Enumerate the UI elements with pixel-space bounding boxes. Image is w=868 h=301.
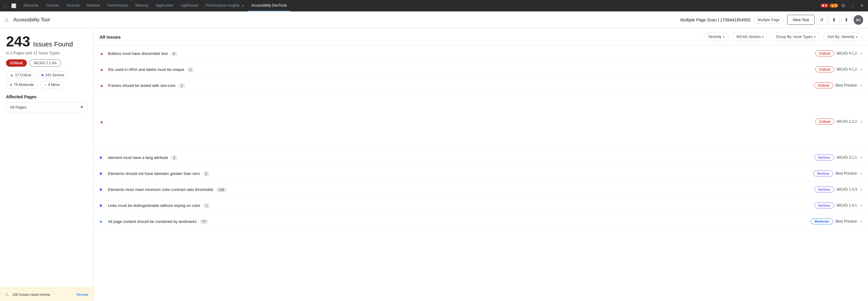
tool-logo-icon: ⌂ (5, 16, 8, 23)
devtools-tab-icons: ⬚ ⬜ (1, 2, 18, 9)
issue-row[interactable]: ▲ Buttons must have discernible text 4 C… (93, 46, 868, 62)
issue-row[interactable]: ■ Elements should not have tabindex grea… (93, 165, 868, 182)
minor-dot-icon: ○ (44, 83, 46, 87)
tab-console[interactable]: Console (42, 0, 63, 11)
issue-severity-badge: Critical (815, 50, 834, 56)
chevron-right-icon: › (861, 219, 862, 224)
review-banner[interactable]: ⚠ 136 Issues need review Review (0, 288, 93, 301)
issue-standard-badge: Best Practice (836, 219, 857, 223)
issue-row[interactable]: ▲ IDs used in ARIA and labels must be un… (93, 62, 868, 78)
issues-count: 243 (6, 33, 30, 50)
issue-badges: Serious Best Practice › (813, 171, 862, 176)
issue-text: Elements must meet minimum color contras… (108, 187, 811, 192)
severity-serious-pill[interactable]: ■ 143 Serious (37, 71, 68, 79)
issue-standard-badge: WCAG 1.4.1 (837, 203, 857, 208)
tab-network[interactable]: Network (83, 0, 104, 11)
issue-severity-icon: ■ (99, 171, 104, 176)
chevron-right-icon: › (861, 67, 862, 72)
tab-performance-insights[interactable]: Performance insights ⊿ (202, 0, 248, 11)
tool-title: Accessibility Tool (13, 17, 50, 23)
issues-list: ▲ Buttons must have discernible text 4 C… (93, 46, 868, 230)
severity-moderate-pill[interactable]: ● 79 Moderate (6, 81, 38, 88)
chevron-right-icon: › (861, 51, 862, 56)
filter-critical-tag[interactable]: Critical (6, 59, 27, 67)
issue-severity-icon: ▲ (99, 51, 104, 56)
new-test-button[interactable]: New Test (787, 15, 815, 25)
filter-wcag-tag[interactable]: WCAG 2.1 AA (29, 59, 61, 67)
issue-count-badge: 1 (203, 203, 210, 208)
issue-severity-badge: Serious (814, 202, 834, 208)
avatar-button[interactable]: AC (854, 15, 863, 25)
chevron-right-icon: › (861, 83, 862, 88)
warning-badge: ▲ 2 (830, 4, 838, 7)
issue-row[interactable]: ● All page content should be contained b… (93, 214, 868, 230)
severity-filter-arrow-icon: ▾ (723, 35, 724, 39)
settings-button[interactable]: ⚙ (839, 1, 847, 10)
tab-application[interactable]: Application (152, 0, 177, 11)
serious-count-label: 143 Serious (45, 73, 65, 77)
minor-count-label: 4 Minor (48, 83, 60, 87)
issue-badges: Critical Best Practice › (814, 82, 862, 88)
review-link[interactable]: Review (76, 293, 88, 297)
issue-badges: Critical WCAG 4.1.2 › (815, 66, 862, 72)
moderate-dot-icon: ● (10, 83, 12, 87)
group-by-filter-btn[interactable]: Group By: Issue Types ▾ (771, 33, 820, 41)
review-text: 136 Issues need review (12, 293, 73, 297)
groupby-filter-arrow-icon: ▾ (814, 35, 815, 39)
close-devtools-button[interactable]: ✕ (858, 1, 866, 10)
device-icon[interactable]: ⬜ (9, 2, 18, 9)
issue-standard-badge: WCAG 1.4.3 (837, 187, 857, 191)
wcag-filter-arrow-icon: ▾ (762, 35, 764, 39)
performance-insights-icon: ⊿ (241, 3, 244, 7)
tab-accessibility-devtools[interactable]: Accessibility DevTools (248, 0, 290, 11)
all-issues-title: All Issues (99, 34, 701, 39)
issue-text: Links must be distinguishable without re… (108, 203, 811, 208)
share-button[interactable]: ⬆ (841, 15, 852, 25)
tab-elements[interactable]: Elements (20, 0, 42, 11)
issue-severity-icon: ▲ (99, 83, 104, 88)
tab-sources[interactable]: Sources (63, 0, 83, 11)
moderate-count-label: 79 Moderate (13, 83, 34, 87)
inspect-icon[interactable]: ⬚ (1, 2, 9, 9)
issue-count-badge: 2 (187, 67, 194, 72)
issue-severity-badge: Serious (814, 154, 834, 160)
issue-badges: Moderate Best Practice › (811, 218, 862, 224)
issue-badges: Serious WCAG 1.4.1 › (814, 202, 862, 208)
refresh-button[interactable]: ↺ (816, 15, 827, 25)
issue-text: elements must have captions 9 (108, 98, 812, 145)
issue-count-badge: 2 (171, 155, 178, 160)
issue-row[interactable]: ■ element must have a lang attribute 2 S… (93, 150, 868, 165)
issue-row[interactable]: ■ Elements must meet minimum color contr… (93, 182, 868, 198)
issues-main: All Issues Severity ▾ WCAG Version ▾ Gro… (93, 28, 868, 301)
issue-severity-badge: Critical (815, 119, 834, 125)
severity-critical-pill[interactable]: ▲ 17 Critical (6, 71, 35, 79)
scan-info: Multiple Page Scan | 1708441854992 Multi… (680, 16, 783, 24)
more-options-button[interactable]: ⋮ (848, 1, 857, 10)
issue-severity-badge: Serious (813, 171, 833, 176)
tab-memory[interactable]: Memory (132, 0, 152, 11)
issue-row[interactable]: ▲ elements must have captions 9 Critical… (93, 93, 868, 150)
issue-row[interactable]: ■ Links must be distinguishable without … (93, 198, 868, 214)
issue-severity-badge: Serious (814, 186, 834, 192)
scan-type-badge: Multiple Page (754, 16, 783, 24)
issue-badges: Critical WCAG 1.2.2 › (815, 119, 862, 125)
issue-row[interactable]: ▲ Frames should be tested with axe-core … (93, 78, 868, 93)
toolbar-actions: New Test ↺ ⬇ ⬆ AC (787, 15, 863, 25)
filter-tags: Critical WCAG 2.1 AA (6, 59, 87, 67)
tab-lighthouse[interactable]: Lighthouse (177, 0, 202, 11)
devtools-tabbar: ⬚ ⬜ Elements Console Sources Network Per… (0, 0, 868, 11)
severity-minor-pill[interactable]: ○ 4 Minor (40, 81, 64, 88)
sort-by-filter-btn[interactable]: Sort By: Severity ▾ (823, 33, 862, 41)
issue-standard-badge: Best Practice (836, 171, 857, 176)
issue-text: Frames should be tested with axe-core 2 (108, 83, 810, 88)
sortby-filter-arrow-icon: ▾ (856, 35, 858, 39)
pages-select[interactable]: All Pages (6, 102, 87, 112)
severity-filter-btn[interactable]: Severity ▾ (704, 33, 728, 41)
sidebar: 243 Issues Found in 2 Pages and 11 Issue… (0, 28, 93, 301)
issue-standard-badge: WCAG 4.1.2 (837, 51, 857, 56)
issue-severity-icon: ● (99, 219, 104, 224)
wcag-version-filter-btn[interactable]: WCAG Version ▾ (732, 33, 769, 41)
tab-performance[interactable]: Performance (104, 0, 132, 11)
download-button[interactable]: ⬇ (829, 15, 839, 25)
issue-text: Buttons must have discernible text 4 (108, 51, 812, 56)
